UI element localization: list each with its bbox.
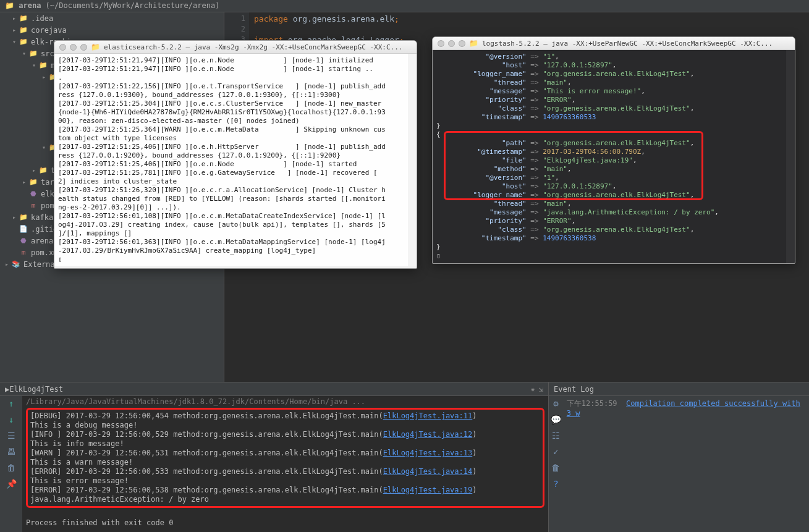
logstash-highlight-box (444, 131, 703, 200)
console-line: [ERROR] 2017-03-29 12:56:00,533 method:o… (30, 467, 540, 476)
run-console[interactable]: /Library/Java/JavaVirtualMachines/jdk1.8… (22, 396, 548, 532)
console-line: [DEBUG] 2017-03-29 12:56:00,454 method:o… (30, 412, 540, 421)
es-titlebar[interactable]: 📁 elasticsearch-5.2.2 — java -Xms2g -Xmx… (54, 41, 417, 54)
run-title: ElkLog4jTest (9, 385, 63, 394)
scrollbar[interactable] (408, 54, 417, 266)
run-config-icon: ▶ (5, 385, 9, 394)
run-toolbar: ↑ ↓ ☰ 🖶 🗑 📌 (0, 396, 22, 532)
stop-icon[interactable]: ↓ (6, 415, 17, 426)
minimize-icon[interactable] (448, 40, 455, 47)
console-line: This is a warn message! (30, 458, 540, 467)
clear-icon[interactable]: 🗑 (6, 463, 17, 474)
console-highlight-box: [DEBUG] 2017-03-29 12:56:00,454 method:o… (26, 408, 544, 508)
java-cmd: /Library/Java/JavaVirtualMachines/jdk1.8… (26, 397, 544, 407)
run-panel: ▶ ElkLog4jTest ✷ ⇲ ↑ ↓ ☰ 🖶 🗑 📌 /Library/ (0, 382, 548, 532)
event-log-title: Event Log (554, 385, 594, 394)
minimize-icon[interactable] (70, 44, 77, 51)
event-log-panel: Event Log ⚙ 💬 ☷ ✓ 🗑 ? 下午12:55:59 Compila… (548, 382, 809, 532)
exit-line: Process finished with exit code 0 (26, 518, 544, 528)
console-line: This is error message! (30, 476, 540, 486)
layout-icon[interactable]: ☰ (6, 431, 17, 442)
pin-icon[interactable]: 📌 (6, 479, 17, 490)
close-icon[interactable] (438, 40, 444, 47)
elasticsearch-terminal-window[interactable]: 📁 elasticsearch-5.2.2 — java -Xms2g -Xmx… (54, 40, 417, 269)
event-help-icon[interactable]: ? (553, 479, 558, 489)
source-link[interactable]: ElkLog4jTest.java:13 (383, 449, 473, 457)
event-message: 下午12:55:59 Compilation completed success… (563, 396, 809, 532)
event-trash-icon[interactable]: 🗑 (551, 463, 560, 473)
source-link[interactable]: ElkLog4jTest.java:14 (383, 467, 473, 476)
console-line: This is info message! (30, 439, 540, 449)
console-line: java.lang.ArithmeticException: / by zero (30, 495, 540, 504)
project-name: arena (19, 1, 41, 10)
ls-terminal-output[interactable]: "@version" => "1", "host" => "127.0.0.1:… (433, 50, 795, 264)
settings-icon[interactable]: ✷ (531, 385, 535, 394)
event-settings-icon[interactable]: ⚙ (553, 399, 558, 408)
event-mark-icon[interactable]: ✓ (553, 447, 558, 457)
folder-icon: 📁 (91, 43, 100, 51)
es-title: elasticsearch-5.2.2 — java -Xms2g -Xmx2g… (104, 43, 402, 51)
source-link[interactable]: ElkLog4jTest.java:12 (383, 430, 473, 439)
source-link[interactable]: ElkLog4jTest.java:19 (383, 486, 473, 494)
console-line: [INFO ] 2017-03-29 12:56:00,529 method:o… (30, 430, 540, 439)
logstash-terminal-window[interactable]: 📁 logstash-5.2.2 — java -XX:+UseParNewGC… (432, 36, 795, 264)
print-icon[interactable]: 🖶 (6, 447, 17, 458)
close-icon[interactable] (59, 44, 66, 51)
console-line: [ERROR] 2017-03-29 12:56:00,538 method:o… (30, 486, 540, 495)
tree-corejava[interactable]: ▸📁corejava (0, 24, 224, 36)
event-filter-icon[interactable]: ☷ (552, 431, 560, 441)
ls-titlebar[interactable]: 📁 logstash-5.2.2 — java -XX:+UseParNewGC… (433, 37, 795, 50)
ls-title: logstash-5.2.2 — java -XX:+UseParNewGC -… (482, 40, 773, 48)
tree-idea[interactable]: ▸📁.idea (0, 12, 224, 24)
console-line: This is a debug message! (30, 421, 540, 430)
zoom-icon[interactable] (80, 44, 87, 51)
project-path: (~/Documents/MyWork/Architecture/arena) (46, 1, 220, 10)
minimize-icon[interactable]: ⇲ (539, 385, 543, 394)
es-terminal-output[interactable]: [2017-03-29T12:51:21,947][INFO ][o.e.n.N… (54, 54, 417, 266)
breadcrumb: 📁 arena (~/Documents/MyWork/Architecture… (0, 0, 809, 12)
folder-icon: 📁 (469, 39, 478, 48)
event-balloon-icon[interactable]: 💬 (551, 415, 561, 424)
zoom-icon[interactable] (459, 40, 465, 47)
scrollbar[interactable] (786, 50, 795, 264)
source-link[interactable]: ElkLog4jTest.java:11 (383, 412, 473, 420)
console-line: [WARN ] 2017-03-29 12:56:00,531 method:o… (30, 449, 540, 458)
rerun-icon[interactable]: ↑ (6, 399, 17, 410)
